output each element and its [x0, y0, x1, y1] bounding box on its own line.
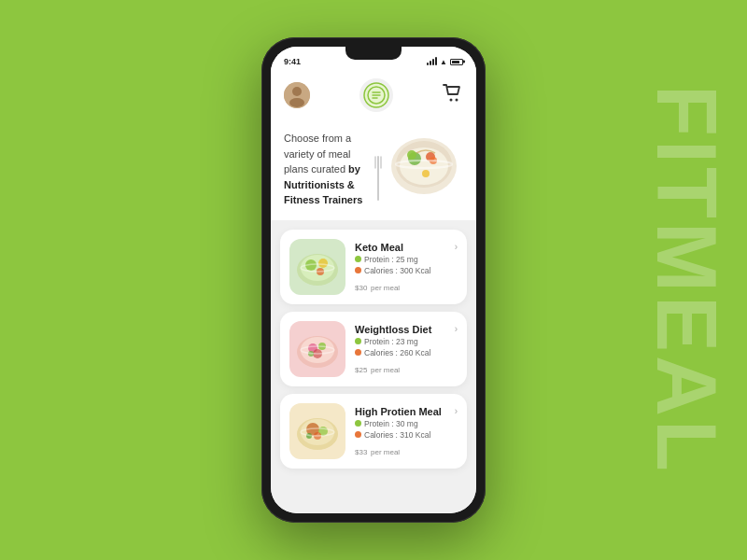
hero-section: Choose from a variety of meal plans cura… [271, 118, 476, 220]
keto-price: $30 per meal [355, 279, 458, 293]
meal-list: Keto Meal › Protein : 25 mg Calories : 3… [271, 220, 476, 513]
app-header [271, 73, 476, 118]
protein-name-row: High Protien Meal › [355, 406, 458, 417]
notch [345, 47, 402, 60]
calories-dot [355, 349, 361, 356]
keto-calories-label: Calories : 300 Kcal [364, 266, 430, 275]
meal-card-protein[interactable]: High Protien Meal › Protein : 30 mg Calo… [280, 394, 467, 469]
svg-point-1 [292, 87, 302, 96]
weight-meal-name: Weightloss Diet [355, 324, 431, 335]
weight-calories-stat: Calories : 260 Kcal [355, 348, 458, 357]
status-icons: ▲ [427, 58, 463, 66]
svg-point-20 [422, 170, 430, 177]
weight-name-row: Weightloss Diet › [355, 324, 458, 335]
weight-price-suffix: per meal [371, 366, 400, 374]
status-bar: 9:41 ▲ [271, 47, 476, 73]
app-logo[interactable] [359, 78, 393, 112]
protein-calories-stat: Calories : 310 Kcal [355, 430, 458, 440]
keto-protein-stat: Protein : 25 mg [355, 255, 458, 264]
calories-dot [355, 431, 361, 438]
keto-meal-image [289, 239, 345, 295]
avatar-image [284, 82, 310, 108]
protein-meal-image [289, 403, 345, 459]
protein-food-svg [292, 406, 343, 456]
weight-protein-label: Protein : 23 mg [364, 337, 418, 346]
keto-food-svg [292, 242, 343, 292]
svg-point-9 [456, 98, 458, 101]
background-text: FITMEAL [644, 85, 728, 475]
wifi-icon: ▲ [440, 58, 447, 66]
status-time: 9:41 [284, 57, 301, 66]
svg-point-8 [450, 98, 453, 101]
keto-meal-name: Keto Meal [355, 242, 403, 253]
calories-dot [355, 267, 361, 273]
protein-meal-info: High Protien Meal › Protein : 30 mg Calo… [355, 406, 458, 457]
hero-title: Choose from a variety of meal plans cura… [284, 131, 372, 208]
keto-calories-stat: Calories : 300 Kcal [355, 266, 458, 275]
protein-price-suffix: per meal [371, 448, 400, 456]
keto-meal-info: Keto Meal › Protein : 25 mg Calories : 3… [355, 242, 458, 293]
protein-price: $33 per meal [355, 443, 458, 457]
logo-icon [363, 82, 389, 108]
keto-name-row: Keto Meal › [355, 242, 458, 253]
phone-screen: 9:41 ▲ [271, 47, 476, 513]
weight-meal-image [289, 321, 345, 377]
keto-protein-label: Protein : 25 mg [364, 255, 418, 264]
svg-point-15 [400, 147, 448, 185]
svg-point-2 [289, 98, 304, 107]
protein-protein-label: Protein : 30 mg [364, 419, 418, 428]
weight-calories-label: Calories : 260 Kcal [364, 348, 430, 357]
weight-price: $25 per meal [355, 361, 458, 375]
cart-icon [443, 84, 463, 103]
protein-meal-name: High Protien Meal [355, 406, 442, 417]
weight-food-svg [292, 324, 343, 374]
battery-icon [450, 59, 463, 65]
hero-food-image [379, 127, 463, 202]
protein-calories-label: Calories : 310 Kcal [364, 430, 430, 440]
hero-text: Choose from a variety of meal plans cura… [284, 127, 372, 208]
avatar[interactable] [284, 82, 310, 108]
protein-dot [355, 338, 361, 344]
protein-chevron: › [455, 406, 458, 416]
protein-dot [355, 420, 361, 427]
svg-point-25 [318, 259, 328, 268]
keto-chevron: › [455, 242, 458, 252]
svg-point-23 [301, 255, 334, 281]
hero-image [379, 127, 463, 205]
weight-meal-info: Weightloss Diet › Protein : 23 mg Calori… [355, 324, 458, 375]
weight-protein-stat: Protein : 23 mg [355, 337, 458, 346]
fork-icon [372, 155, 385, 202]
svg-point-17 [407, 150, 416, 160]
meal-card-weight[interactable]: Weightloss Diet › Protein : 23 mg Calori… [280, 312, 467, 386]
phone-device: 9:41 ▲ [261, 37, 486, 523]
protein-protein-stat: Protein : 30 mg [355, 419, 458, 428]
weight-chevron: › [455, 324, 458, 334]
meal-card-keto[interactable]: Keto Meal › Protein : 25 mg Calories : 3… [280, 230, 467, 304]
protein-dot [355, 256, 361, 262]
signal-icon [427, 58, 437, 65]
keto-price-suffix: per meal [371, 284, 400, 292]
cart-button[interactable] [443, 84, 463, 107]
